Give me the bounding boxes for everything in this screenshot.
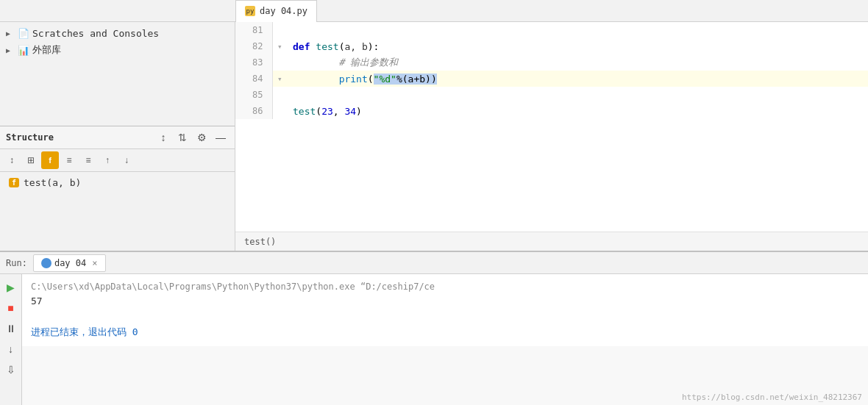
line-fold	[272, 87, 287, 103]
run-output-line	[31, 309, 859, 325]
filter-inherited-button[interactable]: ⊞	[22, 151, 40, 169]
line-number: 84	[235, 71, 272, 87]
run-tab[interactable]: day 04 ×	[33, 254, 106, 272]
file-tab[interactable]: py day 04.py	[235, 0, 317, 22]
main-area: ▶ Scratches and Consoles ▶ 外部库 Structure…	[0, 22, 868, 251]
line-fold: ▾	[272, 38, 287, 54]
breadcrumb-text: test()	[244, 237, 276, 247]
run-tab-bar: Run: day 04 ×	[0, 252, 868, 274]
file-tab-bar: py day 04.py	[0, 0, 868, 22]
run-scroll2-button[interactable]: ⇩	[2, 361, 20, 379]
sort-alpha-button[interactable]: ↕	[155, 129, 171, 146]
filter-down-button[interactable]: ↓	[118, 151, 135, 169]
run-label: Run:	[6, 258, 27, 268]
structure-collapse-button[interactable]: —	[213, 129, 229, 146]
sidebar-item-scratches[interactable]: ▶ Scratches and Consoles	[0, 25, 235, 41]
table-row: 81	[235, 22, 868, 38]
table-row: 82 ▾ def test(a, b):	[235, 38, 868, 54]
library-label: 外部库	[32, 43, 61, 57]
file-tab-icon: py	[245, 6, 255, 16]
line-code: # 输出参数和	[287, 54, 868, 71]
structure-header: Structure ↕ ⇅ ⚙ —	[0, 126, 235, 149]
structure-title: Structure	[6, 132, 152, 143]
structure-toolbar: ↕ ⊞ f ≡ ≡ ↑ ↓	[0, 149, 235, 172]
structure-settings-button[interactable]: ⚙	[193, 129, 210, 146]
line-code: test(23, 34)	[287, 103, 868, 119]
filter-f-button[interactable]: f	[41, 151, 59, 169]
scratches-label: Scratches and Consoles	[32, 28, 159, 39]
structure-func-item[interactable]: f test(a, b)	[6, 175, 229, 190]
breadcrumb: test()	[235, 232, 868, 251]
run-output-line: 进程已结束，退出代码 0	[31, 325, 859, 340]
code-view[interactable]: 81 82 ▾ def test(a, b): 83	[235, 22, 868, 232]
sort-visibility-button[interactable]: ⇅	[174, 129, 191, 146]
table-row: 85	[235, 87, 868, 103]
run-output[interactable]: C:\Users\xd\AppData\Local\Programs\Pytho…	[22, 274, 868, 346]
filter-sort-button[interactable]: ↕	[3, 151, 21, 169]
sidebar: ▶ Scratches and Consoles ▶ 外部库 Structure…	[0, 22, 235, 251]
run-scroll-button[interactable]: ↓	[2, 340, 20, 358]
sidebar-item-library[interactable]: ▶ 外部库	[0, 41, 235, 59]
line-number: 82	[235, 38, 272, 54]
line-code	[287, 22, 868, 38]
run-side-buttons: ▶ ■ ⏸ ↓ ⇩	[0, 274, 22, 405]
run-tab-close-button[interactable]: ×	[92, 258, 97, 268]
line-code: def test(a, b):	[287, 38, 868, 54]
run-play-button[interactable]: ▶	[2, 279, 20, 296]
filter-align-right-button[interactable]: ≡	[79, 151, 97, 169]
filter-up-button[interactable]: ↑	[99, 151, 116, 169]
run-tab-name: day 04	[54, 258, 86, 268]
func-name: test(a, b)	[24, 177, 81, 188]
line-number: 81	[235, 22, 272, 38]
structure-content: f test(a, b)	[0, 172, 235, 251]
run-panel: Run: day 04 × ▶ ■ ⏸ ↓ ⇩ C:\Users\xd\AppD…	[0, 251, 868, 405]
code-table: 81 82 ▾ def test(a, b): 83	[235, 22, 868, 119]
run-url: https://blog.csdn.net/weixin_48212367	[682, 393, 862, 402]
line-fold: ▾	[272, 71, 287, 87]
run-stop-button[interactable]: ■	[2, 299, 20, 317]
file-tab-name: day 04.py	[260, 6, 307, 16]
table-row: 86 test(23, 34)	[235, 103, 868, 119]
line-number: 86	[235, 103, 272, 119]
editor-area: 81 82 ▾ def test(a, b): 83	[235, 22, 868, 251]
run-content: ▶ ■ ⏸ ↓ ⇩ C:\Users\xd\AppData\Local\Prog…	[0, 274, 868, 405]
filter-align-left-button[interactable]: ≡	[60, 151, 78, 169]
structure-panel: Structure ↕ ⇅ ⚙ — ↕ ⊞ f ≡ ≡ ↑ ↓ f test(a…	[0, 126, 235, 251]
line-code	[287, 87, 868, 103]
line-fold	[272, 103, 287, 119]
line-fold	[272, 54, 287, 71]
run-tab-icon	[41, 258, 51, 268]
project-tree: ▶ Scratches and Consoles ▶ 外部库	[0, 22, 235, 126]
run-output-line: C:\Users\xd\AppData\Local\Programs\Pytho…	[31, 280, 859, 294]
arrow-icon: ▶	[6, 29, 15, 37]
run-pause-button[interactable]: ⏸	[2, 320, 20, 337]
line-number: 83	[235, 54, 272, 71]
line-number: 85	[235, 87, 272, 103]
arrow-icon-lib: ▶	[6, 46, 15, 54]
func-badge: f	[9, 178, 19, 187]
run-output-line: 57	[31, 294, 859, 309]
table-row: 84 ▾ print("%d"%(a+b))	[235, 71, 868, 87]
library-icon	[18, 44, 29, 56]
table-row: 83 # 输出参数和	[235, 54, 868, 71]
line-code: print("%d"%(a+b))	[287, 71, 868, 87]
run-output-wrapper: C:\Users\xd\AppData\Local\Programs\Pytho…	[22, 274, 868, 405]
scratches-icon	[18, 27, 29, 39]
line-fold	[272, 22, 287, 38]
